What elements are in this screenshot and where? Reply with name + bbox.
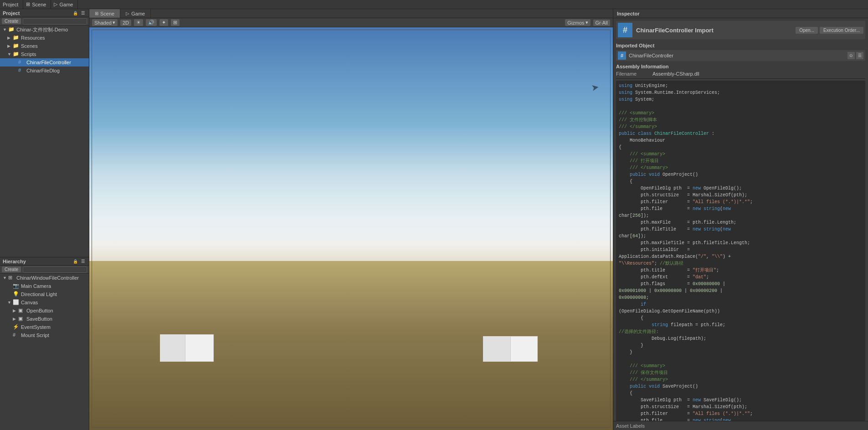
create-button[interactable]: Create bbox=[2, 18, 21, 24]
gizmos-button[interactable]: Gizmos ▾ bbox=[565, 19, 590, 26]
arrow-scenes: ▶ bbox=[7, 44, 13, 48]
inspector-title: Inspector bbox=[617, 11, 640, 16]
assembly-filename-row: Filename Assembly-CSharp.dll bbox=[616, 71, 865, 77]
inspector-body: # ChinarFileController Import Open... Ex… bbox=[613, 18, 868, 421]
shading-mode-button[interactable]: Shaded ▾ bbox=[92, 19, 118, 26]
menu-icon[interactable]: ☰ bbox=[80, 10, 86, 16]
folder-icon-root: 📁 bbox=[8, 26, 15, 33]
inspector-script-icon: # bbox=[623, 26, 627, 35]
project-tree: ▼ 📁 Chinar-文件控制-Demo ▶ 📁 Resources ▶ 📁 S… bbox=[0, 26, 89, 257]
hierarchy-item-maincamera[interactable]: 📷 Main Camera bbox=[0, 282, 89, 290]
scene-tab-text: Scene bbox=[100, 11, 114, 16]
hierarchy-menu-icon[interactable]: ☰ bbox=[80, 258, 86, 265]
button-icon-save: ▣ bbox=[18, 316, 25, 322]
scene-light-button[interactable]: ☀ bbox=[134, 19, 143, 26]
inspector-title-section: # ChinarFileController Import Open... Ex… bbox=[616, 21, 865, 39]
gr-all-button[interactable]: Gr·All bbox=[593, 20, 611, 26]
code-block: using UnityEngine; using System.Runtime.… bbox=[616, 81, 865, 421]
assembly-section-title: Assembly Information bbox=[616, 64, 865, 69]
arrow-canvas: ▼ bbox=[7, 300, 13, 305]
arrow-dirlight bbox=[7, 292, 13, 297]
inspector-script-name: ChinarFileController Import bbox=[636, 27, 714, 34]
import-icon-menu[interactable]: ☰ bbox=[856, 52, 863, 59]
import-icon-select[interactable]: ⊙ bbox=[847, 52, 855, 59]
inspector-header: Inspector bbox=[613, 9, 868, 18]
tree-item-scenes[interactable]: ▶ 📁 Scenes bbox=[0, 42, 89, 50]
hierarchy-item-dirlight[interactable]: 💡 Directional Light bbox=[0, 290, 89, 298]
divider bbox=[616, 78, 865, 79]
imported-script-icon: # bbox=[618, 51, 626, 60]
hierarchy-label-savebutton: SaveButton bbox=[26, 316, 52, 322]
hierarchy-toolbar: Create bbox=[0, 266, 89, 274]
scene-tab-header[interactable]: ⊞ Scene bbox=[23, 0, 51, 9]
dimension-mode-label: 2D bbox=[123, 20, 129, 26]
eventsystem-icon: ⚡ bbox=[13, 324, 19, 330]
hierarchy-item-canvas[interactable]: ▼ ⬜ Canvas bbox=[0, 298, 89, 307]
tree-item-root[interactable]: ▼ 📁 Chinar-文件控制-Demo bbox=[0, 26, 89, 34]
execution-order-button[interactable]: Execution Order... bbox=[820, 27, 863, 34]
game-tab-icon: ▷ bbox=[126, 11, 129, 16]
hierarchy-lock-icon[interactable]: 🔒 bbox=[72, 258, 78, 265]
project-search-input[interactable] bbox=[23, 18, 87, 25]
project-toolbar: Create bbox=[0, 17, 89, 26]
tree-label-chinarfiledlog: ChinarFileDlog bbox=[26, 68, 60, 73]
game-tab-header[interactable]: ▷ Game bbox=[51, 0, 78, 9]
folder-icon-resources: 📁 bbox=[13, 35, 19, 41]
hierarchy-tree: ▼ ⊞ ChinarWindowFileController 📷 Main Ca… bbox=[0, 274, 89, 430]
scene-viewport[interactable]: ➤ bbox=[89, 27, 613, 430]
button-icon-open: ▣ bbox=[18, 307, 25, 314]
hierarchy-item-savebutton[interactable]: ▶ ▣ SaveButton bbox=[0, 315, 89, 323]
hierarchy-panel-title: Hierarchy bbox=[3, 259, 26, 264]
arrow-eventsystem bbox=[7, 325, 13, 329]
scene-fx-button[interactable]: ✦ bbox=[159, 19, 168, 26]
camera-icon: 📷 bbox=[13, 283, 19, 289]
hierarchy-item-eventsystem[interactable]: ⚡ EventSystem bbox=[0, 323, 89, 331]
filename-value: Assembly-CSharp.dll bbox=[652, 71, 865, 77]
hierarchy-panel-icons: 🔒 ☰ bbox=[72, 258, 86, 265]
hierarchy-search-input[interactable] bbox=[23, 266, 87, 273]
arrow-hierarchy-root: ▼ bbox=[3, 276, 8, 280]
asset-labels-text: Asset Labels bbox=[616, 423, 645, 429]
project-panel-title: Project bbox=[3, 10, 20, 16]
lock-icon[interactable]: 🔒 bbox=[72, 10, 78, 16]
tree-label-scripts: Scripts bbox=[21, 51, 36, 57]
scene-panel-left-inner bbox=[160, 335, 185, 361]
arrow-chinarfiledlog bbox=[13, 68, 18, 73]
view-toolbar: Shaded ▾ 2D ☀ 🔊 ✦ ⊞ Gizmos ▾ Gr·All bbox=[89, 18, 613, 27]
tree-item-chinarfiledlog[interactable]: # ChinarFileDlog bbox=[0, 67, 89, 75]
tree-label-resources: Resources bbox=[21, 35, 45, 41]
hierarchy-label-root: ChinarWindowFileController bbox=[16, 275, 79, 281]
tree-label-scenes: Scenes bbox=[21, 43, 38, 49]
shading-dropdown-icon: ▾ bbox=[113, 20, 115, 26]
scene-grid-button[interactable]: ⊞ bbox=[171, 19, 180, 26]
tab-game[interactable]: ▷ Game bbox=[120, 9, 151, 18]
tab-scene[interactable]: ⊞ Scene bbox=[89, 9, 120, 18]
open-button[interactable]: Open... bbox=[796, 27, 818, 34]
left-panel: Project 🔒 ☰ Create ▼ 📁 Chinar-文件控制-Demo bbox=[0, 9, 89, 430]
project-tab-header[interactable]: Project bbox=[0, 0, 23, 9]
hierarchy-item-mountscript[interactable]: # Mount Script bbox=[0, 331, 89, 339]
dimension-mode-button[interactable]: 2D bbox=[120, 20, 131, 26]
scene-panel-left bbox=[160, 334, 214, 362]
scene-panel-right-inner bbox=[483, 337, 511, 361]
hierarchy-create-button[interactable]: Create bbox=[2, 266, 21, 272]
scene-icon: ⊞ bbox=[26, 1, 30, 7]
hierarchy-item-openbutton[interactable]: ▶ ▣ OpenButton bbox=[0, 307, 89, 315]
sky-gradient bbox=[89, 27, 613, 269]
import-row-name: ChinarFileController bbox=[629, 53, 847, 58]
canvas-icon: ⬜ bbox=[13, 299, 19, 306]
hierarchy-panel-header: Hierarchy 🔒 ☰ bbox=[0, 257, 89, 266]
arrow-chinarfilecontroller bbox=[13, 60, 18, 65]
scene-audio-button[interactable]: 🔊 bbox=[146, 19, 157, 26]
hierarchy-label-mountscript: Mount Script bbox=[21, 333, 49, 338]
gizmos-dropdown-icon: ▾ bbox=[586, 20, 588, 26]
tree-item-chinarfilecontroller[interactable]: # ChinarFileController bbox=[0, 58, 89, 67]
project-panel-icons: 🔒 ☰ bbox=[72, 10, 86, 16]
hierarchy-item-root[interactable]: ▼ ⊞ ChinarWindowFileController bbox=[0, 274, 89, 282]
tree-item-scripts[interactable]: ▼ 📁 Scripts bbox=[0, 50, 89, 58]
inspector-title-buttons: Open... Execution Order... bbox=[796, 27, 863, 34]
tree-item-resources[interactable]: ▶ 📁 Resources bbox=[0, 34, 89, 42]
hierarchy-label-canvas: Canvas bbox=[21, 300, 38, 305]
scene-icon-root: ⊞ bbox=[8, 275, 15, 281]
imported-object-section: Imported Object # ChinarFileController ⊙… bbox=[616, 43, 865, 61]
